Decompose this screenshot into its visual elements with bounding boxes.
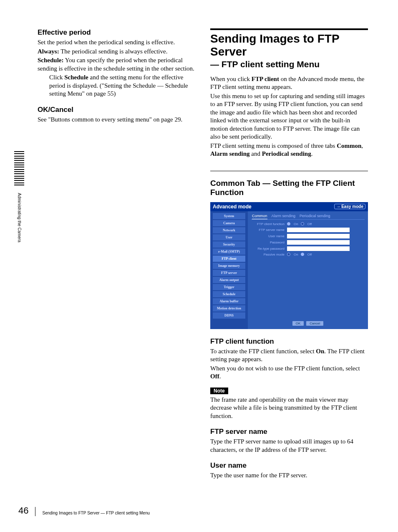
input-retype-password[interactable] <box>287 246 350 251</box>
note-text: The frame rate and operability on the ma… <box>210 396 368 421</box>
text-ftp-server-name: Type the FTP server name to upload still… <box>210 438 368 454</box>
side-tab: Administrating the Camera <box>14 151 25 261</box>
sidebar-item-motion-detection[interactable]: Motion detection <box>213 305 245 312</box>
sidebar-item-system[interactable]: System <box>213 213 245 219</box>
sidebar-item-security[interactable]: Security <box>213 241 245 248</box>
cancel-button[interactable]: Cancel <box>306 321 323 326</box>
heavy-rule <box>210 28 368 30</box>
sidebar-item-camera[interactable]: Camera <box>213 220 245 226</box>
def-schedule: Schedule: You can specify the period whe… <box>38 56 195 73</box>
intro-1: When you click FTP client on the Advance… <box>210 75 368 91</box>
text-effective-intro: Set the period when the periodical sendi… <box>38 38 195 47</box>
radio-off-icon[interactable] <box>301 222 304 225</box>
tab-common[interactable]: Common <box>252 214 267 219</box>
ok-button[interactable]: OK <box>292 321 304 326</box>
shot-form: FTP client function On Off FTP server na… <box>248 222 368 256</box>
def-always: Always: The periodical sending is always… <box>38 48 195 56</box>
radio-passive-on-icon[interactable] <box>287 253 290 256</box>
input-password[interactable] <box>287 240 350 245</box>
tab-periodical-sending[interactable]: Periodical sending <box>300 214 330 219</box>
arrow-right-icon: → <box>336 204 340 209</box>
left-column: Effective period Set the period when the… <box>38 25 195 481</box>
sidebar-item-alarm-output[interactable]: Alarm output <box>213 277 245 283</box>
sidebar-item-e-mail-smtp-[interactable]: e-Mail (SMTP) <box>213 248 245 255</box>
text-ftpfunc-1: To activate the FTP client function, sel… <box>210 347 368 364</box>
text-schedule-click: Click Schedule and the setting menu for … <box>49 73 195 98</box>
heading-ftp-server-name: FTP server name <box>210 428 368 436</box>
intro-3: FTP client setting menu is composed of t… <box>210 142 368 158</box>
heading-common-tab: Common Tab — Setting the FTP Client Func… <box>210 179 368 197</box>
lbl-passive: Passive mode <box>252 253 285 256</box>
lbl-ftp-func: FTP client function <box>252 222 285 226</box>
sidebar-item-schedule[interactable]: Schedule <box>213 291 245 297</box>
lbl-password: Password <box>252 241 285 244</box>
shot-header: Advanced mode →Easy mode <box>210 202 368 211</box>
input-server-name[interactable] <box>287 228 350 232</box>
sidebar-item-network[interactable]: Network <box>213 227 245 233</box>
thin-rule <box>210 171 368 171</box>
heading-ok-cancel: OK/Cancel <box>38 106 195 114</box>
sidebar-item-trigger[interactable]: Trigger <box>213 284 245 290</box>
side-tab-bars <box>14 151 24 185</box>
lbl-server-name: FTP server name <box>252 228 285 232</box>
sidebar-item-alarm-buffer[interactable]: Alarm buffer <box>213 298 245 304</box>
sidebar-item-ftp-server[interactable]: FTP server <box>213 270 245 276</box>
input-user-name[interactable] <box>287 234 350 238</box>
text-always: The periodical sending is always effecti… <box>59 48 168 55</box>
page-subtitle: — FTP client setting Menu <box>210 59 368 69</box>
footer-divider <box>35 507 35 516</box>
term-schedule: Schedule: <box>38 57 64 63</box>
lbl-retype-password: Re-type password <box>252 247 285 251</box>
radio-on-icon[interactable] <box>287 222 290 225</box>
note-label: Note <box>210 388 228 394</box>
footer-crumb: Sending Images to FTP Server — FTP clien… <box>42 511 150 516</box>
intro-2: Use this menu to set up for capturing an… <box>210 92 368 141</box>
sidebar-item-user[interactable]: User <box>213 234 245 241</box>
shot-sidebar: SystemCameraNetworkUserSecuritye-Mail (S… <box>210 211 248 329</box>
shot-mode-title: Advanced mode <box>213 204 252 210</box>
side-tab-label: Administrating the Camera <box>17 193 22 242</box>
sidebar-item-ddns[interactable]: DDNS <box>213 312 245 319</box>
shot-tabs: CommonAlarm sendingPeriodical sending <box>248 211 368 219</box>
heading-ftp-client-function: FTP client function <box>210 337 368 346</box>
shot-footer: OK Cancel <box>248 321 368 326</box>
ui-screenshot: Advanced mode →Easy mode SystemCameraNet… <box>210 202 368 329</box>
page-footer: 46 Sending Images to FTP Server — FTP cl… <box>18 505 150 516</box>
sidebar-item-ftp-client[interactable]: FTP client <box>213 256 245 262</box>
text-ftpfunc-2: When you do not wish to use the FTP clie… <box>210 365 368 381</box>
lbl-user-name: User name <box>252 234 285 238</box>
sidebar-item-image-memory[interactable]: Image memory <box>213 263 245 269</box>
heading-user-name: User name <box>210 461 368 470</box>
radio-passive-off-icon[interactable] <box>301 253 304 256</box>
text-ok-cancel: See "Buttons common to every setting men… <box>38 116 195 124</box>
right-column: Sending Images to FTP Server — FTP clien… <box>210 25 368 481</box>
tab-alarm-sending[interactable]: Alarm sending <box>272 214 296 219</box>
shot-main: CommonAlarm sendingPeriodical sending FT… <box>248 211 368 329</box>
easy-mode-button[interactable]: →Easy mode <box>334 204 365 209</box>
page-title: Sending Images to FTP Server <box>210 33 368 58</box>
page-number: 46 <box>18 505 28 516</box>
heading-effective-period: Effective period <box>38 28 195 37</box>
text-user-name: Type the user name for the FTP server. <box>210 471 368 480</box>
term-always: Always: <box>38 48 59 55</box>
